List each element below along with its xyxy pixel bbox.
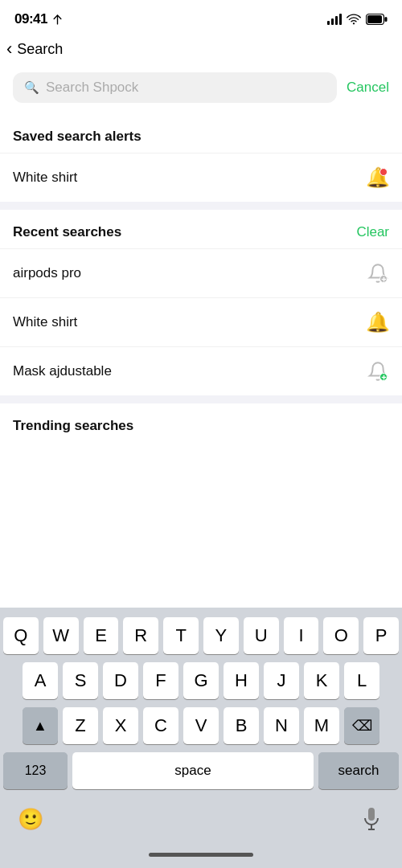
bell-green-icon[interactable]: 🔔	[367, 311, 389, 334]
search-bar-container: 🔍 Search Shpock Cancel	[0, 68, 402, 114]
bell-green-emoji: 🔔	[366, 311, 390, 334]
recent-searches-title: Recent searches	[13, 224, 121, 240]
bell-active-icon[interactable]: 🔔	[367, 166, 389, 189]
back-label: Search	[17, 41, 63, 58]
keyboard-bottom-row: 123 space search	[3, 752, 399, 789]
key-g[interactable]: G	[183, 662, 219, 699]
key-w[interactable]: W	[43, 617, 79, 654]
section-divider-2	[0, 395, 402, 403]
nav-bar: ‹ Search	[0, 35, 402, 68]
search-placeholder: Search Shpock	[46, 80, 138, 96]
back-button[interactable]: ‹ Search	[6, 39, 63, 59]
key-h[interactable]: H	[224, 662, 259, 699]
key-p[interactable]: P	[363, 617, 399, 654]
key-n[interactable]: N	[264, 707, 299, 744]
key-s[interactable]: S	[63, 662, 98, 699]
signal-icon	[327, 14, 342, 25]
key-r[interactable]: R	[123, 617, 158, 654]
key-space[interactable]: space	[72, 752, 314, 789]
key-v[interactable]: V	[183, 707, 219, 744]
trending-searches-title: Trending searches	[13, 418, 133, 433]
key-j[interactable]: J	[264, 662, 299, 699]
svg-rect-2	[385, 17, 388, 22]
status-icons	[327, 14, 388, 25]
keyboard-row-2: A S D F G H J K L	[3, 662, 399, 699]
keyboard: Q W E R T Y U I O P A S D F G H J K L ▲ …	[0, 608, 402, 868]
key-a[interactable]: A	[23, 662, 58, 699]
saved-search-title: Saved search alerts	[13, 129, 142, 144]
trending-searches-header: Trending searches	[0, 403, 402, 442]
key-c[interactable]: C	[143, 707, 178, 744]
trending-searches-section: Trending searches	[0, 403, 402, 442]
svg-rect-8	[368, 808, 375, 821]
recent-item-text-2: White shirt	[13, 314, 77, 330]
keyboard-utility-row: 🙂	[3, 797, 399, 841]
key-emoji[interactable]: 🙂	[13, 800, 48, 837]
recent-item-airpods[interactable]: airpods pro	[0, 248, 402, 297]
home-indicator	[3, 841, 399, 868]
key-y[interactable]: Y	[203, 617, 239, 654]
recent-item-mask[interactable]: Mask ajdustable	[0, 346, 402, 395]
saved-search-header: Saved search alerts	[0, 114, 402, 153]
recent-searches-section: Recent searches Clear airpods pro White …	[0, 210, 402, 395]
key-123[interactable]: 123	[3, 752, 68, 789]
search-icon: 🔍	[24, 80, 39, 95]
bell-outline-plus-icon-2[interactable]	[367, 360, 389, 383]
bell-plus-badge-1	[379, 275, 388, 283]
home-bar	[149, 853, 253, 857]
key-u[interactable]: U	[244, 617, 279, 654]
saved-search-item[interactable]: White shirt 🔔	[0, 153, 402, 202]
bell-outline-plus-icon-1[interactable]	[367, 262, 389, 285]
key-k[interactable]: K	[304, 662, 339, 699]
key-search[interactable]: search	[318, 752, 399, 789]
key-z[interactable]: Z	[63, 707, 98, 744]
battery-icon	[366, 14, 388, 25]
back-chevron-icon: ‹	[6, 39, 12, 59]
keyboard-row-3: ▲ Z X C V B N M ⌫	[3, 707, 399, 744]
key-i[interactable]: I	[284, 617, 319, 654]
key-o[interactable]: O	[323, 617, 359, 654]
key-d[interactable]: D	[103, 662, 138, 699]
key-b[interactable]: B	[224, 707, 259, 744]
key-t[interactable]: T	[163, 617, 199, 654]
clear-button[interactable]: Clear	[356, 224, 389, 240]
key-x[interactable]: X	[103, 707, 138, 744]
bell-plus-badge-2	[379, 373, 388, 381]
recent-item-white-shirt[interactable]: White shirt 🔔	[0, 297, 402, 346]
key-e[interactable]: E	[84, 617, 119, 654]
key-shift[interactable]: ▲	[23, 707, 58, 744]
key-f[interactable]: F	[143, 662, 178, 699]
key-m[interactable]: M	[304, 707, 339, 744]
status-time: 09:41	[14, 11, 47, 27]
key-microphone[interactable]	[354, 800, 389, 837]
location-arrow-icon	[52, 14, 63, 25]
key-q[interactable]: Q	[3, 617, 39, 654]
wifi-icon	[347, 14, 361, 25]
keyboard-row-1: Q W E R T Y U I O P	[3, 617, 399, 654]
section-divider-1	[0, 202, 402, 210]
search-input-wrapper[interactable]: 🔍 Search Shpock	[13, 72, 337, 103]
recent-item-text: airpods pro	[13, 265, 81, 281]
key-l[interactable]: L	[344, 662, 379, 699]
svg-rect-3	[367, 15, 382, 23]
cancel-button[interactable]: Cancel	[347, 80, 389, 96]
bell-badge-red	[379, 168, 388, 176]
mic-svg	[362, 807, 381, 831]
status-bar: 09:41	[0, 0, 402, 35]
saved-search-alerts-section: Saved search alerts White shirt 🔔	[0, 114, 402, 202]
recent-item-text-3: Mask ajdustable	[13, 363, 112, 379]
recent-searches-header: Recent searches Clear	[0, 210, 402, 248]
key-backspace[interactable]: ⌫	[344, 707, 379, 744]
saved-item-text: White shirt	[13, 170, 77, 186]
